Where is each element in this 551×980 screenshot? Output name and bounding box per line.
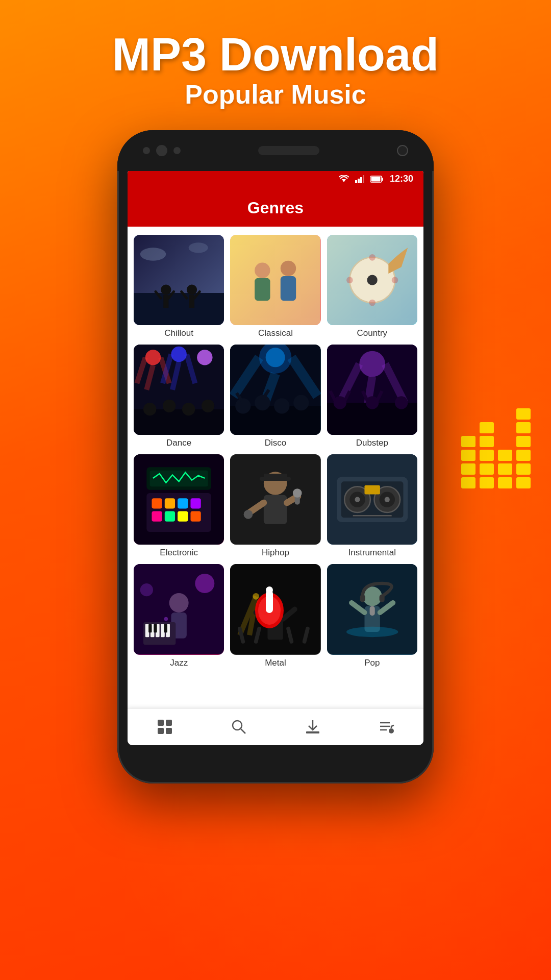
- nav-playlist[interactable]: [371, 712, 402, 742]
- svg-point-29: [369, 299, 375, 306]
- genre-thumb-jazz: [134, 564, 224, 654]
- genre-thumb-chillout: [134, 235, 224, 325]
- svg-rect-3: [360, 177, 362, 183]
- svg-rect-128: [158, 720, 164, 726]
- svg-rect-6: [382, 178, 383, 181]
- svg-point-40: [202, 399, 214, 412]
- svg-rect-7: [371, 177, 380, 181]
- genre-item-metal[interactable]: Metal: [230, 564, 320, 668]
- genre-thumb-pop: [327, 564, 417, 654]
- genre-thumb-country: [327, 235, 417, 325]
- genre-thumb-disco: [230, 345, 320, 435]
- svg-point-34: [171, 347, 186, 362]
- genre-label-electronic: Electronic: [160, 548, 198, 558]
- genre-label-country: Country: [357, 328, 388, 338]
- genre-label-pop: Pop: [364, 658, 380, 668]
- svg-rect-105: [154, 624, 157, 632]
- svg-point-139: [389, 728, 394, 733]
- svg-point-38: [163, 399, 176, 412]
- genre-thumb-electronic: [134, 454, 224, 545]
- svg-point-77: [244, 510, 253, 519]
- svg-rect-112: [268, 614, 283, 640]
- svg-rect-104: [148, 624, 152, 632]
- front-camera: [397, 145, 408, 156]
- svg-point-18: [140, 248, 166, 260]
- svg-rect-2: [358, 179, 360, 183]
- signal-icon: [355, 175, 364, 183]
- genre-item-disco[interactable]: Disco: [230, 345, 320, 448]
- genre-label-chillout: Chillout: [164, 328, 193, 338]
- genre-thumb-inner-disco: [230, 345, 320, 435]
- svg-rect-67: [152, 511, 162, 522]
- svg-rect-15: [189, 295, 194, 307]
- svg-point-132: [233, 721, 242, 730]
- genre-item-instrumental[interactable]: Instrumental: [327, 454, 417, 558]
- genre-grid[interactable]: Chillout Classical Country Dance: [128, 227, 423, 708]
- genre-thumb-inner-instrumental: [327, 454, 417, 545]
- svg-rect-24: [281, 276, 296, 301]
- genre-label-instrumental: Instrumental: [348, 548, 396, 558]
- genre-item-electronic[interactable]: Electronic: [134, 454, 224, 558]
- svg-point-33: [145, 350, 161, 365]
- genre-item-hiphop[interactable]: Hiphop: [230, 454, 320, 558]
- genre-thumb-inner-classical: [230, 235, 320, 325]
- genre-thumb-dance: [134, 345, 224, 435]
- svg-point-48: [293, 395, 309, 410]
- svg-rect-70: [190, 511, 201, 522]
- genre-item-jazz[interactable]: Jazz: [134, 564, 224, 668]
- svg-point-14: [187, 284, 197, 295]
- genres-title: Genres: [247, 199, 304, 217]
- status-bar: 12:30: [128, 168, 423, 190]
- svg-point-127: [346, 627, 398, 637]
- genre-item-chillout[interactable]: Chillout: [134, 235, 224, 338]
- nav-download[interactable]: [297, 712, 328, 742]
- svg-point-52: [359, 351, 385, 377]
- wifi-icon: [339, 175, 349, 183]
- status-time: 12:30: [390, 174, 413, 184]
- svg-rect-4: [363, 175, 364, 183]
- app-bar: Genres: [128, 190, 423, 227]
- svg-rect-66: [190, 498, 201, 508]
- svg-rect-124: [360, 595, 365, 602]
- svg-point-107: [195, 574, 214, 593]
- svg-rect-22: [255, 278, 270, 300]
- genre-label-dance: Dance: [166, 438, 191, 448]
- title-area: MP3 Download Popular Music: [112, 31, 439, 110]
- svg-line-133: [241, 729, 245, 733]
- genre-label-classical: Classical: [258, 328, 293, 338]
- phone-screen: 12:30 Genres Chillout: [128, 168, 423, 745]
- genre-item-dubstep[interactable]: Dubstep: [327, 345, 417, 448]
- genre-thumb-dubstep: [327, 345, 417, 435]
- svg-point-88: [355, 497, 360, 502]
- speaker-grille: [258, 146, 319, 155]
- svg-point-91: [384, 497, 389, 502]
- svg-point-21: [255, 262, 270, 278]
- svg-point-28: [369, 254, 375, 260]
- svg-rect-72: [150, 471, 208, 487]
- genre-label-jazz: Jazz: [170, 658, 188, 668]
- genre-thumb-inner-metal: [230, 564, 320, 654]
- nav-search[interactable]: [223, 712, 254, 742]
- phone-wrapper: 12:30 Genres Chillout: [117, 130, 434, 783]
- camera-dot-1: [143, 147, 150, 154]
- genre-item-country[interactable]: Country: [327, 235, 417, 338]
- svg-point-108: [140, 583, 153, 596]
- svg-rect-129: [166, 720, 172, 726]
- download-icon: [305, 719, 321, 735]
- svg-rect-65: [178, 498, 188, 508]
- genre-item-classical[interactable]: Classical: [230, 235, 320, 338]
- svg-rect-80: [260, 477, 291, 481]
- svg-rect-126: [369, 606, 374, 616]
- svg-rect-106: [164, 624, 167, 632]
- genre-item-dance[interactable]: Dance: [134, 345, 224, 448]
- genre-thumb-instrumental: [327, 454, 417, 545]
- bottom-nav: [128, 708, 423, 745]
- svg-point-30: [346, 277, 353, 283]
- genre-item-pop[interactable]: Pop: [327, 564, 417, 668]
- eq-decoration-right: [461, 408, 531, 488]
- nav-home[interactable]: [149, 712, 180, 742]
- svg-point-60: [395, 396, 408, 409]
- svg-point-23: [281, 260, 296, 276]
- svg-rect-125: [379, 595, 384, 602]
- svg-point-31: [391, 277, 398, 283]
